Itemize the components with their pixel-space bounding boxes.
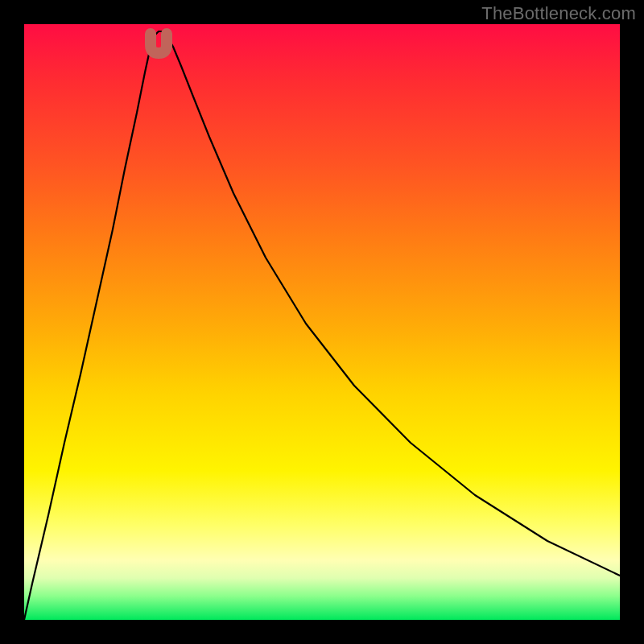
optimal-zone-marker: [151, 34, 167, 53]
curve-layer: [24, 24, 620, 620]
bottleneck-curve: [24, 31, 620, 620]
watermark-text: TheBottleneck.com: [481, 3, 636, 24]
chart-frame: TheBottleneck.com: [0, 0, 644, 644]
plot-area: [24, 24, 620, 620]
